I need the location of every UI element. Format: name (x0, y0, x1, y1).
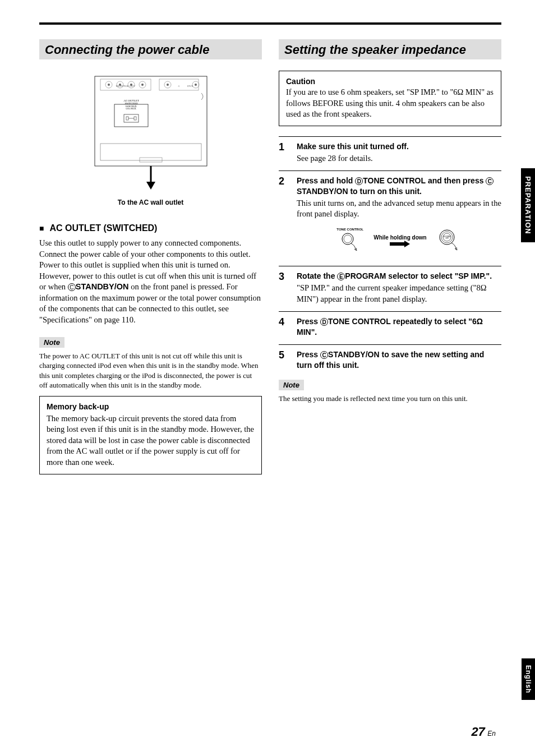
note-text-left: The power to AC OUTLET of this unit is n… (39, 351, 262, 390)
circled-letter-c: C (320, 351, 328, 359)
note-text-right: The setting you made is reflected next t… (279, 394, 501, 404)
memory-backup-title: Memory back-up (47, 402, 255, 411)
svg-point-13 (167, 84, 169, 86)
svg-rect-24 (126, 117, 128, 120)
note-label-left: Note (39, 337, 64, 348)
step-rule (279, 344, 501, 345)
note-label-right: Note (279, 380, 304, 390)
memory-backup-text: The memory back-up circuit prevents the … (47, 413, 255, 468)
left-column: Connecting the power cable MONITOR OUT ♫… (39, 39, 262, 474)
svg-rect-28 (140, 158, 162, 162)
ac-outlet-body: Use this outlet to supply power to any c… (39, 238, 262, 326)
diagram-caption: To the AC wall outlet (39, 199, 262, 206)
square-bullet-icon: ■ (39, 224, 44, 233)
memory-backup-box: Memory back-up The memory back-up circui… (39, 396, 262, 474)
step-num: 2 (279, 176, 289, 259)
step-sub: "SP IMP." and the current speaker impeda… (297, 283, 501, 305)
svg-text:/ON: /ON (445, 237, 449, 239)
svg-text:♫: ♫ (178, 85, 180, 87)
step-num: 4 (279, 316, 289, 338)
circled-letter-d: D (355, 177, 363, 185)
svg-point-8 (130, 84, 132, 86)
circled-letter-c: C (68, 283, 76, 291)
step-4: 4 Press DTONE CONTROL repeatedly to sele… (279, 316, 501, 338)
arrow-right-icon (389, 241, 411, 247)
standby-knob-icon: STANDBY /ON (437, 228, 462, 253)
step-rule (279, 266, 501, 266)
knob-icon (339, 231, 361, 253)
step-rule (279, 311, 501, 312)
step-rule (279, 136, 501, 137)
svg-rect-27 (100, 144, 201, 160)
step-num: 1 (279, 141, 289, 164)
svg-point-10 (141, 84, 144, 86)
step-1: 1 Make sure this unit turned off. See pa… (279, 141, 501, 164)
step-head: Press and hold DTONE CONTROL and then pr… (297, 176, 501, 197)
caution-title: Caution (286, 77, 494, 86)
right-column: Setting the speaker impedance Caution If… (279, 39, 501, 474)
caution-box: Caution If you are to use 6 ohm speakers… (279, 71, 501, 126)
right-section-title: Setting the speaker impedance (279, 39, 501, 59)
step-sub: See page 28 for details. (297, 153, 501, 164)
header-rule (39, 22, 501, 25)
ac-outlet-heading: ■AC OUTLET (SWITCHED) (39, 223, 262, 233)
svg-point-6 (119, 84, 121, 86)
circled-letter-d: D (320, 318, 328, 326)
svg-text:0.8A MAX.: 0.8A MAX. (126, 107, 136, 110)
step-sub: This unit turns on, and the advanced set… (297, 198, 501, 220)
step-2: 2 Press and hold DTONE CONTROL and then … (279, 176, 501, 259)
svg-point-4 (108, 84, 110, 86)
step-head: Rotate the EPROGRAM selector to select "… (297, 271, 501, 282)
side-tab-preparation: PREPARATION (521, 168, 535, 242)
caution-text: If you are to use 6 ohm speakers, set "S… (286, 87, 494, 120)
step-head: Press CSTANDBY/ON to save the new settin… (297, 349, 501, 371)
svg-marker-30 (146, 182, 155, 190)
svg-rect-25 (134, 117, 136, 120)
circled-letter-e: E (337, 273, 345, 280)
svg-point-17 (195, 84, 197, 86)
left-section-title: Connecting the power cable (39, 39, 262, 59)
step-head: Make sure this unit turned off. (297, 141, 501, 152)
step-num: 3 (279, 271, 289, 305)
circled-letter-c: C (486, 177, 494, 185)
page-number: 27 En (471, 725, 496, 739)
step-3: 3 Rotate the EPROGRAM selector to select… (279, 271, 501, 305)
rear-panel-diagram: MONITOR OUT ♫ DVR AC OUTLET SWITCHED 100… (39, 71, 262, 194)
hold-diagram: TONE CONTROL While holding down (297, 227, 501, 255)
step-5: 5 Press CSTANDBY/ON to save the new sett… (279, 349, 501, 371)
step-num: 5 (279, 349, 289, 371)
svg-point-32 (344, 235, 352, 243)
step-rule (279, 170, 501, 171)
svg-marker-33 (390, 241, 410, 247)
rear-panel-svg: MONITOR OUT ♫ DVR AC OUTLET SWITCHED 100… (84, 71, 218, 194)
holding-label: While holding down (373, 234, 426, 241)
side-tab-english: English (522, 658, 535, 700)
svg-text:MONITOR OUT: MONITOR OUT (116, 85, 135, 87)
step-head: Press DTONE CONTROL repeatedly to select… (297, 316, 501, 338)
